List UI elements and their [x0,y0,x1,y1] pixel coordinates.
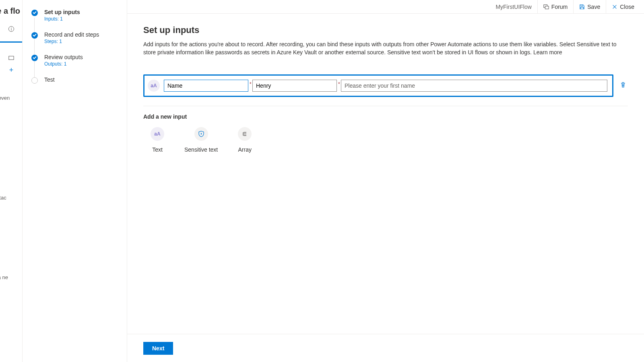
delete-input-button[interactable] [618,80,628,91]
wizard-step-review[interactable]: Review outputs Outputs: 1 [31,54,120,67]
close-icon [612,4,617,10]
page-description: Add inputs for the actions you're about … [143,40,618,57]
list-icon [238,127,252,141]
check-icon [31,10,38,16]
forum-label: Forum [551,4,568,10]
partial-title: ake a flo [0,6,20,16]
forum-button[interactable]: Forum [537,0,573,14]
type-label: Text [152,146,163,153]
shield-icon [194,127,208,141]
next-button[interactable]: Next [143,342,173,355]
partial-text: mail attac [0,195,6,201]
check-icon [31,55,38,61]
input-row: aA * * [143,74,613,97]
add-input-label: Add a new input [143,113,628,120]
save-button[interactable]: Save [573,0,606,14]
required-icon: * [250,81,252,87]
page-title: Set up inputs [143,25,628,35]
input-sample-field[interactable] [252,80,337,92]
required-icon: * [338,81,340,87]
save-icon [579,4,585,10]
footer-bar: Next [127,334,644,362]
text-type-icon: aA [148,80,160,92]
progress-bar-fragment [0,41,23,43]
wizard-step-label: Record and edit steps [44,31,120,38]
check-icon [31,32,38,39]
flow-name: MyFirstUIFlow [490,4,537,10]
svg-rect-0 [9,56,14,60]
partial-text: nated even [0,95,10,101]
input-name-field[interactable] [164,80,248,92]
info-icon: i [0,25,23,32]
wizard-step-label: Test [44,76,120,83]
forum-icon [543,4,549,10]
wizard-step-sub: Outputs: 1 [44,61,120,67]
input-description-field[interactable] [341,80,607,92]
wizard-step-record[interactable]: Record and edit steps Steps: 1 [31,31,120,44]
box-icon [0,55,23,62]
wizard-step-sub: Inputs: 1 [44,16,120,22]
circle-icon [31,77,38,84]
partial-text: email a ne [0,274,8,280]
wizard-step-label: Set up inputs [44,9,120,15]
text-icon: aA [151,127,164,141]
save-label: Save [587,4,600,10]
wizard-step-sub: Steps: 1 [44,39,120,44]
add-sensitive-text-input[interactable]: Sensitive text [184,127,218,153]
add-text-input[interactable]: aA Text [151,127,164,153]
wizard-step-setup-inputs[interactable]: Set up inputs Inputs: 1 [31,9,120,22]
learn-more-link[interactable]: Learn more [533,49,562,56]
type-label: Sensitive text [184,146,218,153]
top-bar: MyFirstUIFlow Forum Save Close [127,0,644,14]
plus-icon[interactable]: + [0,66,23,74]
main-content: Set up inputs Add inputs for the actions… [127,14,644,362]
left-partial-sidebar: ake a flo i + nated even ate i e work ma… [0,0,23,362]
svg-rect-2 [545,6,549,9]
divider [143,106,628,106]
close-button[interactable]: Close [606,0,640,14]
wizard-nav: Set up inputs Inputs: 1 Record and edit … [23,0,127,362]
wizard-step-test[interactable]: Test [31,76,120,83]
close-label: Close [620,4,634,10]
add-array-input[interactable]: Array [238,127,252,153]
wizard-step-label: Review outputs [44,54,120,60]
type-label: Array [238,146,252,153]
input-type-row: aA Text Sensitive text Array [143,127,628,153]
svg-point-3 [200,133,201,134]
